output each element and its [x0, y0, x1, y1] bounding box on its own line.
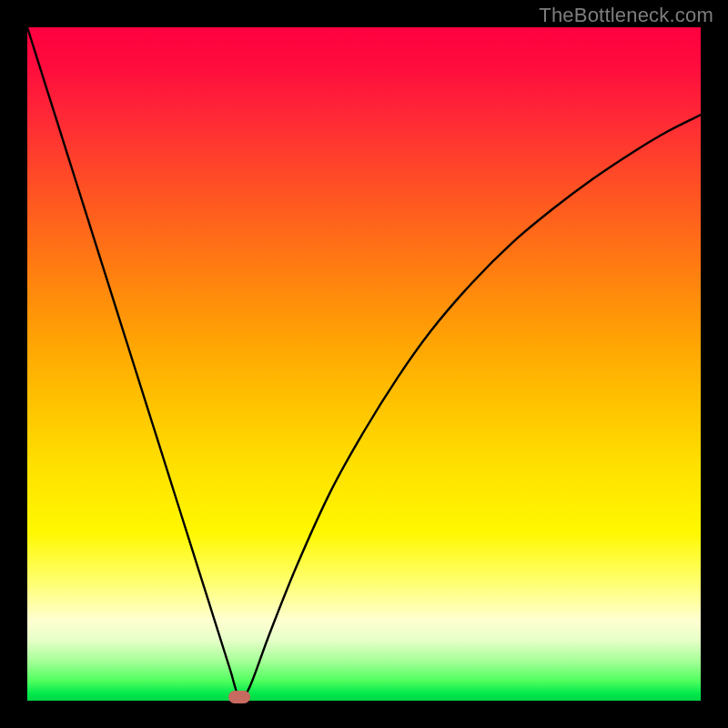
bottleneck-curve: [27, 27, 701, 701]
chart-frame: TheBottleneck.com: [0, 0, 728, 728]
watermark-label: TheBottleneck.com: [539, 4, 713, 27]
curve-path: [27, 27, 701, 699]
plot-area: [27, 27, 701, 701]
minimum-marker: [228, 691, 250, 703]
